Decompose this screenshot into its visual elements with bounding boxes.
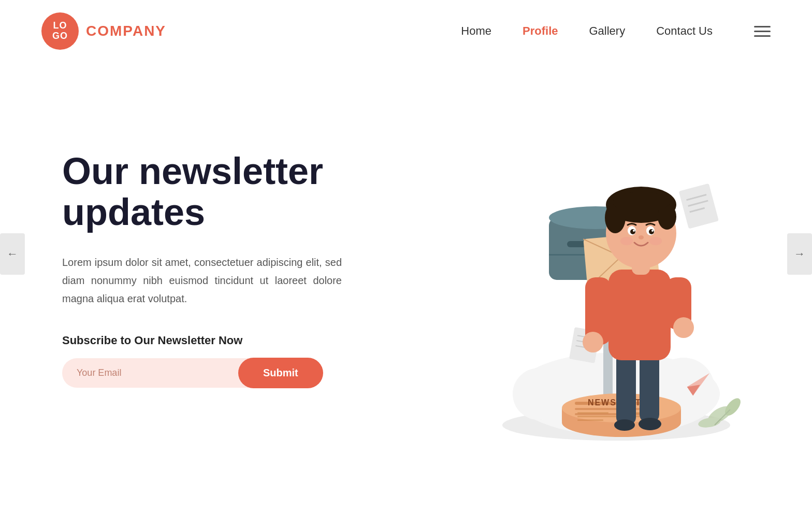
hamburger-menu[interactable] [754,26,771,37]
svg-point-41 [614,419,635,431]
header: LO GO COMPANY Home Profile Gallery Conta… [0,0,812,62]
svg-point-60 [649,237,662,245]
nav-profile[interactable]: Profile [523,24,558,38]
next-arrow[interactable]: → [787,233,812,275]
company-name: COMPANY [86,23,166,39]
main-nav: Home Profile Gallery Contact Us [461,24,771,38]
svg-rect-31 [577,416,619,417]
illustration-area: NEWSLETTER [425,88,777,451]
left-panel: Our newsletter updates Lorem ipsum dolor… [62,151,425,388]
newsletter-illustration: NEWSLETTER [425,93,777,446]
svg-rect-32 [577,419,603,421]
main-content: Our newsletter updates Lorem ipsum dolor… [0,62,812,487]
svg-point-55 [630,229,635,234]
logo-area: LO GO COMPANY [41,12,166,50]
nav-gallery[interactable]: Gallery [589,24,625,38]
prev-arrow[interactable]: ← [0,233,25,275]
svg-rect-38 [616,352,636,425]
nav-contact[interactable]: Contact Us [656,24,713,38]
svg-rect-30 [577,412,608,414]
svg-rect-9 [679,184,719,229]
svg-point-61 [639,235,644,239]
svg-rect-42 [608,270,671,360]
page-description: Lorem ipsum dolor sit amet, consectetuer… [62,253,342,308]
page-headline: Our newsletter updates [62,151,425,233]
svg-point-58 [651,230,654,232]
svg-point-40 [639,418,661,430]
svg-point-46 [673,317,694,338]
svg-point-52 [613,192,670,213]
subscribe-form: Submit [62,358,425,388]
logo-icon: LO GO [41,12,79,50]
submit-button[interactable]: Submit [238,358,323,388]
nav-home[interactable]: Home [461,24,491,38]
subscribe-label: Subscribe to Our Newsletter Now [62,334,425,347]
svg-point-56 [649,229,654,234]
svg-point-44 [583,332,603,352]
email-input[interactable] [62,358,249,388]
svg-point-2 [513,368,564,420]
svg-point-59 [620,237,633,245]
svg-rect-39 [640,352,659,422]
svg-point-57 [633,230,635,232]
